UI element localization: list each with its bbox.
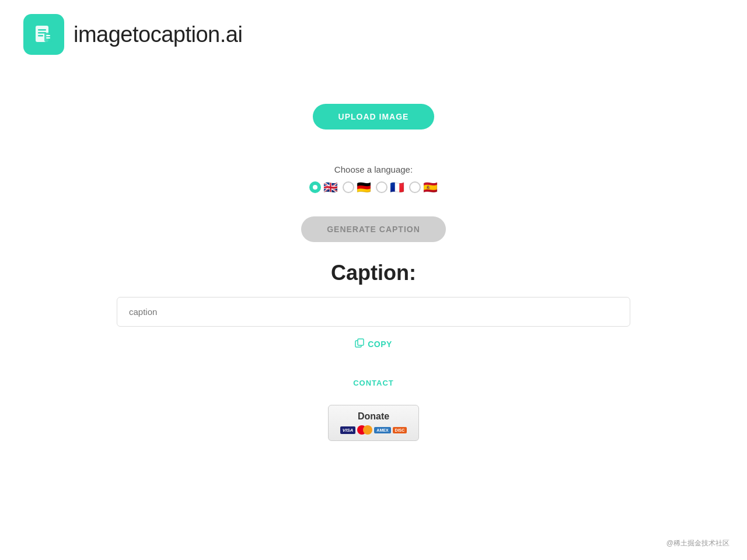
contact-link[interactable]: CONTACT xyxy=(353,379,394,387)
svg-rect-6 xyxy=(46,37,50,38)
flag-es: 🇪🇸 xyxy=(423,181,438,193)
svg-rect-1 xyxy=(38,29,46,31)
radio-de[interactable] xyxy=(343,181,354,193)
language-label: Choose a language: xyxy=(334,164,413,174)
main-content: UPLOAD IMAGE Choose a language: 🇬🇧 🇩🇪 🇫🇷 xyxy=(0,69,747,441)
copy-label: COPY xyxy=(368,340,392,349)
caption-input[interactable] xyxy=(117,297,630,327)
language-options: 🇬🇧 🇩🇪 🇫🇷 🇪🇸 xyxy=(309,181,438,193)
donate-cards: VISA AMEX DISC xyxy=(340,425,407,435)
logo-title: imagetocaption.ai xyxy=(74,22,242,47)
language-section: Choose a language: 🇬🇧 🇩🇪 🇫🇷 🇪🇸 xyxy=(309,164,438,193)
donate-label: Donate xyxy=(358,411,389,422)
language-option-fr[interactable]: 🇫🇷 xyxy=(376,181,404,193)
caption-heading: Caption: xyxy=(331,261,416,285)
svg-rect-5 xyxy=(46,35,50,36)
caption-input-wrapper xyxy=(117,297,630,327)
discover-card-icon: DISC xyxy=(393,427,407,433)
language-option-es[interactable]: 🇪🇸 xyxy=(409,181,438,193)
language-option-en[interactable]: 🇬🇧 xyxy=(309,181,338,193)
donate-wrapper: Donate VISA AMEX DISC xyxy=(328,405,420,441)
radio-es[interactable] xyxy=(409,181,421,193)
visa-card-icon: VISA xyxy=(340,426,356,434)
radio-fr[interactable] xyxy=(376,181,388,193)
copy-icon xyxy=(355,338,364,349)
watermark: @稀土掘金技术社区 xyxy=(666,538,729,548)
copy-button[interactable]: COPY xyxy=(355,338,392,349)
flag-en: 🇬🇧 xyxy=(323,181,338,193)
header: imagetocaption.ai xyxy=(0,0,747,69)
flag-de: 🇩🇪 xyxy=(357,181,371,193)
svg-rect-3 xyxy=(38,35,43,37)
upload-image-button[interactable]: UPLOAD IMAGE xyxy=(313,104,435,130)
radio-en[interactable] xyxy=(309,181,321,193)
amex-card-icon: AMEX xyxy=(374,427,390,433)
generate-caption-button[interactable]: GENERATE CAPTION xyxy=(301,216,446,242)
language-option-de[interactable]: 🇩🇪 xyxy=(343,181,371,193)
mastercard-icon xyxy=(357,425,372,435)
donate-button[interactable]: Donate VISA AMEX DISC xyxy=(328,405,420,441)
svg-rect-8 xyxy=(358,339,364,345)
flag-fr: 🇫🇷 xyxy=(390,181,404,193)
logo-icon xyxy=(23,14,64,55)
